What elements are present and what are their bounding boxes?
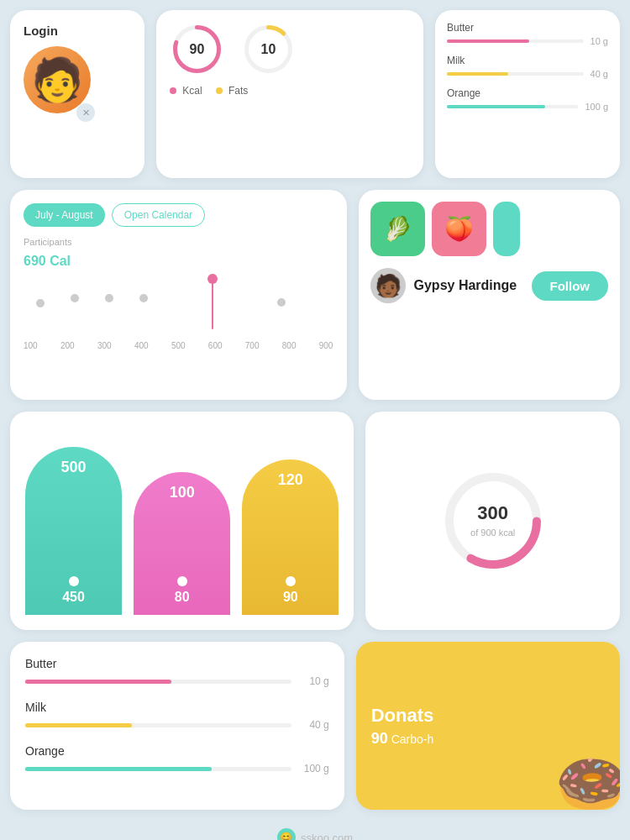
x-axis-label: 800 (282, 341, 297, 350)
active-line (212, 279, 213, 329)
chart-col-3 (92, 277, 127, 336)
watermark-text: sskoo.com (301, 832, 353, 841)
login-card: Login 🧑 ✕ (10, 10, 144, 178)
donut-food-icon: 🍩 (555, 749, 620, 810)
bar-yellow-bottom: 90 (283, 590, 298, 605)
donut-card: 300 of 900 kcal (365, 412, 620, 630)
bar-teal-bottom: 450 (62, 590, 85, 605)
nut-bar-row: 100 g (25, 763, 329, 774)
follow-button[interactable]: Follow (532, 271, 609, 301)
nutrition-top-item-2: Orange 100 g (447, 87, 608, 112)
bar-yellow-dot[interactable] (286, 576, 296, 586)
nut-name: Butter (25, 657, 329, 670)
x-axis-label: 300 (97, 341, 112, 350)
donut-value: 300 (470, 502, 515, 524)
close-button[interactable]: ✕ (76, 103, 95, 122)
donats-carbo: 90 (371, 730, 388, 747)
nutrition-label: Orange (447, 87, 608, 99)
nutrition-items: Butter 10 g Milk 40 g Orange 100 g (447, 22, 608, 112)
chart-col-6-active[interactable] (196, 277, 230, 336)
bar-teal-top: 500 (61, 459, 87, 476)
nut-bar-row: 10 g (25, 675, 329, 687)
bar-yellow: 120 90 (242, 459, 339, 615)
chart-area: 100200300400500600700800900 (24, 277, 333, 353)
bar-pink: 100 80 (134, 472, 230, 615)
nutrition-list-item-1: Milk 40 g (25, 701, 329, 731)
x-axis-label: 600 (208, 341, 223, 350)
calendar-card: July - August Open Calendar Participants… (10, 190, 347, 400)
nut-name: Orange (25, 744, 329, 758)
nutrition-label: Butter (447, 22, 608, 34)
participants-label: Participants (24, 237, 333, 247)
x-axis-label: 500 (171, 341, 186, 350)
chart-col-1 (24, 277, 58, 336)
nutrition-bar-bg (447, 39, 584, 43)
chart-col-2 (58, 277, 92, 336)
kcal-gauge: 90 (170, 22, 224, 76)
chart-dot (71, 294, 79, 302)
nutrition-top-item-0: Butter 10 g (447, 22, 608, 46)
chart-dot (105, 294, 113, 302)
bar-teal-dot[interactable] (69, 576, 79, 586)
food-image-peach: 🍑 (432, 202, 486, 256)
profile-row: 🧑🏾 Gypsy Hardinge Follow (370, 268, 608, 303)
kcal-dot (170, 87, 176, 94)
chart-col-7 (230, 277, 265, 336)
donats-title: Donats (371, 705, 605, 727)
legend-row: Kcal Fats (170, 85, 410, 97)
nutrition-list-card: Butter 10 g Milk 40 g Orange 100 g (10, 642, 344, 810)
donats-sub: 90 Carbo-h (371, 730, 605, 748)
bar-teal: 500 450 (25, 447, 122, 615)
food-image-partial (493, 202, 520, 256)
chart-dot (277, 298, 286, 307)
kcal-value: 90 (190, 42, 205, 57)
nut-amount: 10 g (300, 675, 329, 687)
bar-pink-wrapper: 100 80 (134, 427, 230, 615)
fats-gauge: 10 (241, 22, 296, 76)
nutrition-top-card: Butter 10 g Milk 40 g Orange 100 g (435, 10, 620, 178)
chart-dot (139, 294, 148, 302)
nut-bar-fill (25, 767, 212, 771)
donats-carbo-label: Carbo-h (391, 732, 434, 746)
avatar: 🧑 (24, 46, 91, 113)
kcal-legend: Kcal (170, 85, 202, 97)
circles-row: 90 10 (170, 22, 410, 76)
fats-dot (216, 87, 223, 94)
nut-bar-bg (25, 723, 291, 727)
bar-teal-wrapper: 500 450 (25, 427, 122, 615)
bars-card: 500 450 100 80 120 9 (10, 412, 354, 630)
nutrition-bar-row: 40 g (447, 69, 608, 79)
x-axis-label: 400 (134, 341, 149, 350)
bar-pink-top: 100 (170, 484, 195, 501)
fats-legend: Fats (216, 85, 249, 97)
donut-center: 300 of 900 kcal (470, 502, 515, 539)
date-range-button[interactable]: July - August (24, 203, 105, 227)
nut-bar-bg (25, 680, 291, 684)
watermark: 😊 sskoo.com (10, 822, 620, 840)
bar-pink-bottom: 80 (175, 590, 190, 605)
nut-amount: 40 g (300, 719, 329, 731)
chart-col-8 (265, 277, 299, 336)
nut-name: Milk (25, 701, 329, 714)
nutrition-bar-fill (447, 105, 545, 108)
nutrition-amount: 100 g (585, 102, 608, 112)
donut-subtitle: of 900 kcal (470, 528, 515, 538)
nut-amount: 100 g (300, 763, 329, 774)
open-calendar-button[interactable]: Open Calendar (112, 203, 205, 227)
avatar-container: 🧑 ✕ (24, 46, 91, 122)
x-axis-label: 700 (245, 341, 260, 350)
chart-col-5 (161, 277, 196, 336)
nutrition-amount: 10 g (591, 36, 608, 46)
nutrition-bar-row: 10 g (447, 36, 608, 46)
nut-bar-fill (25, 680, 171, 684)
nutrition-bar-fill (447, 72, 508, 76)
bar-yellow-top: 120 (278, 471, 303, 489)
nutrition-list-item-0: Butter 10 g (25, 657, 329, 687)
donut-chart: 300 of 900 kcal (438, 466, 548, 575)
profile-card: 🥬 🍑 🧑🏾 Gypsy Hardinge Follow (359, 190, 620, 400)
donats-card: Donats 90 Carbo-h 🍩 (356, 642, 620, 810)
nutrition-bar-row: 100 g (447, 102, 608, 112)
nutrition-bar-bg (447, 105, 578, 108)
bar-pink-dot[interactable] (177, 576, 187, 586)
nutrition-amount: 40 g (591, 69, 608, 79)
